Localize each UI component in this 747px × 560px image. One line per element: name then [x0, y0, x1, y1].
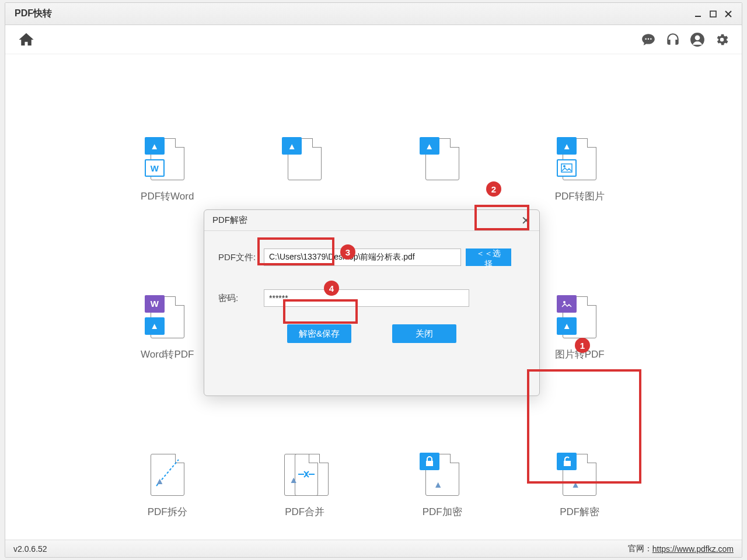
file-path-input[interactable]: [264, 249, 461, 266]
minimize-button[interactable]: [690, 6, 706, 22]
decrypt-save-button[interactable]: 解密&保存: [287, 324, 351, 343]
close-button[interactable]: [721, 6, 736, 22]
select-file-button[interactable]: ＜＜选择: [466, 249, 511, 266]
dialog-cancel-button[interactable]: 关闭: [392, 324, 456, 343]
feature-label: PDF加密: [423, 505, 462, 519]
headphones-icon[interactable]: [664, 30, 682, 49]
feature-label: PDF合并: [285, 505, 324, 519]
pdf-merge-icon: ▲: [284, 452, 325, 498]
app-window: PDF快转 ▲W PDF转Word ▲ ▲: [5, 2, 742, 558]
pdf-decrypt-icon: ▲: [559, 452, 600, 498]
pdf-icon: ▲: [284, 136, 325, 183]
dialog-header: PDF解密 ✕: [204, 210, 539, 231]
svg-point-7: [563, 165, 566, 167]
svg-point-5: [695, 35, 700, 40]
toolbar: [5, 25, 742, 54]
feature-pdf-split[interactable]: ▲ PDF拆分: [99, 452, 236, 540]
feature-label: PDF解密: [560, 505, 599, 519]
pdf-glyph-icon: ▲: [571, 480, 580, 490]
pdf-icon: ▲: [422, 136, 463, 183]
feature-pdf-merge[interactable]: ▲ PDF合并: [236, 452, 374, 540]
pdf-split-icon: ▲: [147, 452, 188, 498]
file-label: PDF文件:: [218, 252, 264, 263]
pdf-to-word-icon: ▲W: [147, 136, 188, 183]
user-icon[interactable]: [688, 30, 707, 49]
image-to-pdf-icon: ▲: [559, 294, 600, 341]
decrypt-dialog: PDF解密 ✕ PDF文件: ＜＜选择 密码: 解密&保存 关闭: [204, 209, 540, 396]
feature-label: 图片转PDF: [555, 348, 605, 361]
pdf-glyph-icon: ▲: [155, 476, 165, 487]
password-row: 密码:: [218, 289, 525, 307]
version-label: v2.0.6.52: [13, 544, 47, 554]
dialog-actions: 解密&保存 关闭: [218, 324, 525, 343]
pdf-glyph-icon: ▲: [434, 480, 443, 490]
feature-label: Word转PDF: [141, 348, 194, 361]
feature-label: PDF转Word: [141, 190, 194, 203]
chat-icon[interactable]: [639, 30, 658, 49]
home-button[interactable]: [16, 29, 37, 50]
feature-pdf-decrypt[interactable]: ▲ PDF解密: [511, 452, 649, 540]
feature-label: PDF转图片: [555, 190, 605, 203]
svg-rect-6: [561, 164, 572, 172]
dialog-title: PDF解密: [212, 215, 247, 226]
dialog-close-button[interactable]: ✕: [521, 214, 531, 228]
status-bar: v2.0.6.52 官网： https://www.pdfkz.com: [5, 540, 742, 557]
svg-point-8: [563, 301, 566, 303]
feature-label: PDF拆分: [148, 505, 187, 519]
feature-pdf-encrypt[interactable]: ▲ PDF加密: [374, 452, 511, 540]
site-label: 官网：: [628, 544, 652, 554]
svg-rect-10: [426, 461, 433, 466]
pdf-to-image-icon: ▲: [559, 136, 600, 183]
maximize-button[interactable]: [706, 6, 721, 22]
pdf-encrypt-icon: ▲: [422, 452, 463, 498]
svg-rect-1: [710, 11, 716, 17]
svg-rect-11: [564, 461, 571, 466]
app-title: PDF快转: [15, 8, 52, 20]
word-to-pdf-icon: W▲: [147, 294, 188, 341]
content-area: ▲W PDF转Word ▲ ▲ ▲ PDF转图片 W▲ Word转PDF: [5, 54, 742, 540]
titlebar: PDF快转: [5, 3, 742, 25]
password-input[interactable]: [264, 289, 469, 307]
site-url[interactable]: https://www.pdfkz.com: [652, 544, 734, 554]
file-row: PDF文件: ＜＜选择: [218, 249, 525, 266]
password-label: 密码:: [218, 293, 264, 304]
gear-icon[interactable]: [713, 30, 731, 49]
